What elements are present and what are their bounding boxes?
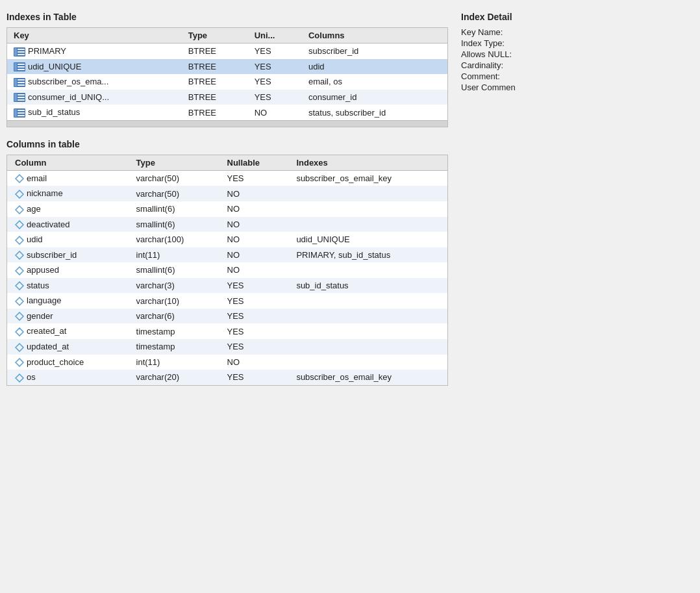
table-row[interactable]: created_attimestampYES — [7, 323, 447, 339]
key-name-row: Key Name: — [461, 27, 694, 37]
col-nullable-cell: NO — [219, 262, 289, 278]
index-columns-cell: subscriber_id — [302, 44, 447, 59]
col-type-cell: timestamp — [129, 339, 219, 355]
index-table-row[interactable]: consumer_id_UNIQ...BTREEYESconsumer_id — [7, 90, 447, 105]
table-row[interactable]: gendervarchar(6)YES — [7, 309, 447, 324]
index-col-key: Key — [7, 28, 182, 44]
svg-rect-12 — [18, 79, 25, 81]
svg-rect-4 — [18, 54, 25, 55]
col-nullable-cell: NO — [219, 217, 289, 233]
index-col-columns: Columns — [302, 28, 447, 44]
diamond-icon — [15, 358, 24, 367]
index-table-row[interactable]: udid_UNIQUEBTREEYESudid — [7, 59, 447, 75]
col-type-cell: int(11) — [129, 247, 219, 263]
svg-rect-18 — [18, 97, 25, 98]
svg-marker-37 — [16, 359, 23, 366]
col-type-cell: varchar(100) — [129, 232, 219, 247]
index-icon — [14, 108, 25, 118]
col-nullable-cell: YES — [219, 323, 289, 339]
index-type-cell: BTREE — [182, 44, 248, 59]
table-row[interactable]: udidvarchar(100)NOudid_UNIQUE — [7, 232, 447, 247]
col-type-cell: varchar(50) — [129, 170, 219, 186]
svg-rect-21 — [14, 109, 17, 117]
col-indexes-cell — [288, 339, 447, 355]
allows-null-row: Allows NULL: — [461, 49, 694, 59]
col-indexes-cell — [288, 309, 447, 324]
col-type-cell: int(11) — [129, 355, 219, 370]
index-columns-cell: udid — [302, 59, 447, 75]
user-comment-row: User Commen — [461, 82, 694, 92]
index-key-cell: subscriber_os_ema... — [7, 74, 182, 90]
index-key-cell: sub_id_status — [7, 105, 182, 120]
columns-table-header: Column Type Nullable Indexes — [7, 155, 447, 171]
table-row[interactable]: osvarchar(20)YESsubscriber_os_email_key — [7, 370, 447, 385]
col-nullable-cell: NO — [219, 201, 289, 217]
diamond-icon — [15, 174, 24, 183]
index-unique-cell: NO — [248, 105, 302, 120]
svg-rect-17 — [18, 94, 25, 95]
table-row[interactable]: languagevarchar(10)YES — [7, 293, 447, 309]
col-indexes-cell: PRIMARY, sub_id_status — [288, 247, 447, 263]
col-indexes-cell — [288, 217, 447, 233]
diamond-icon — [15, 281, 24, 290]
svg-marker-33 — [16, 297, 23, 305]
table-row[interactable]: deactivatedsmallint(6)NO — [7, 217, 447, 233]
col-col-nullable: Nullable — [219, 155, 289, 171]
scroll-bar[interactable] — [7, 120, 447, 127]
table-row[interactable]: emailvarchar(50)YESsubscriber_os_email_k… — [7, 170, 447, 186]
index-table-row[interactable]: PRIMARYBTREEYESsubscriber_id — [7, 44, 447, 59]
svg-rect-24 — [18, 115, 25, 116]
table-row[interactable]: agesmallint(6)NO — [7, 201, 447, 217]
svg-marker-35 — [16, 328, 23, 336]
col-indexes-cell — [288, 262, 447, 278]
col-column-cell: deactivated — [7, 217, 129, 233]
svg-marker-31 — [16, 267, 23, 275]
comment-row: Comment: — [461, 71, 694, 81]
index-col-uni: Uni... — [248, 28, 302, 44]
table-row[interactable]: nicknamevarchar(50)NO — [7, 186, 447, 201]
index-type-cell: BTREE — [182, 90, 248, 105]
col-column-cell: subscriber_id — [7, 247, 129, 263]
index-icon — [14, 62, 25, 71]
indexes-title: Indexes in Table — [6, 12, 448, 22]
svg-rect-14 — [18, 84, 25, 86]
index-detail-title: Index Detail — [461, 12, 694, 22]
col-indexes-cell — [288, 323, 447, 339]
index-type-label: Index Type: — [461, 38, 505, 48]
svg-marker-32 — [16, 282, 23, 290]
col-type-cell: varchar(6) — [129, 309, 219, 324]
diamond-icon — [15, 327, 24, 336]
svg-rect-1 — [14, 48, 17, 56]
index-table-row[interactable]: subscriber_os_ema...BTREEYESemail, os — [7, 74, 447, 90]
table-row[interactable]: product_choiceint(11)NO — [7, 355, 447, 370]
index-unique-cell: YES — [248, 74, 302, 90]
svg-marker-36 — [16, 344, 23, 351]
diamond-icon — [15, 220, 24, 229]
index-columns-cell: email, os — [302, 74, 447, 90]
col-column-cell: status — [7, 278, 129, 294]
table-row[interactable]: subscriber_idint(11)NOPRIMARY, sub_id_st… — [7, 247, 447, 263]
index-icon — [14, 47, 25, 57]
key-name-label: Key Name: — [461, 27, 503, 37]
index-type-cell: BTREE — [182, 74, 248, 90]
index-detail-panel: Index Detail Key Name: Index Type: Allow… — [461, 12, 694, 386]
svg-rect-7 — [18, 64, 25, 65]
col-col-column: Column — [7, 155, 129, 171]
table-row[interactable]: appusedsmallint(6)NO — [7, 262, 447, 278]
col-col-indexes: Indexes — [288, 155, 447, 171]
col-column-cell: language — [7, 293, 129, 309]
index-col-type: Type — [182, 28, 248, 44]
table-row[interactable]: statusvarchar(3)YESsub_id_status — [7, 278, 447, 294]
col-col-type: Type — [129, 155, 219, 171]
diamond-icon — [15, 266, 24, 275]
col-nullable-cell: YES — [219, 370, 289, 385]
index-unique-cell: YES — [248, 59, 302, 75]
table-row[interactable]: updated_attimestampYES — [7, 339, 447, 355]
index-icon — [14, 93, 25, 102]
index-table-wrapper: Key Type Uni... Columns PRIMARYBTREEYESs… — [6, 27, 448, 127]
col-column-cell: updated_at — [7, 339, 129, 355]
col-type-cell: smallint(6) — [129, 217, 219, 233]
col-column-cell: age — [7, 201, 129, 217]
index-table-row[interactable]: sub_id_statusBTREENOstatus, subscriber_i… — [7, 105, 447, 120]
col-nullable-cell: YES — [219, 293, 289, 309]
